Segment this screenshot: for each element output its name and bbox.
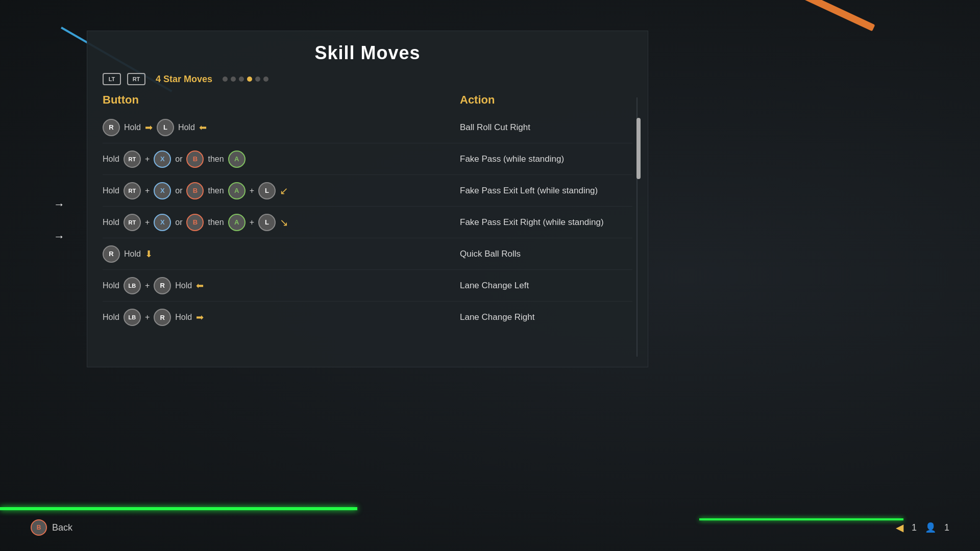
rt-button-2: RT (124, 151, 141, 168)
dot-5 (255, 77, 260, 82)
a-button-4: A (228, 214, 246, 231)
btn-combo-1: R Hold ➡ L Hold ⬅ (103, 119, 460, 136)
r-button-7: R (154, 309, 171, 326)
hold-text-2: Hold (103, 155, 119, 164)
lb-button-6: LB (124, 277, 141, 294)
rt-button-3: RT (124, 182, 141, 199)
arrow-downleft-3: ↙ (280, 185, 288, 197)
pagination: ◀ 1 👤 1 (896, 521, 949, 534)
action-name-1: Ball Roll Cut Right (460, 122, 632, 133)
main-panel: Skill Moves LT RT 4 Star Moves Button Ac… (87, 31, 648, 367)
dot-4 (247, 77, 252, 82)
b-button-3: B (186, 182, 204, 199)
b-button-2: B (186, 151, 204, 168)
action-name-3: Fake Pass Exit Left (while standing) (460, 186, 632, 196)
hold-text-5: Hold (124, 249, 141, 259)
plus-text-6: + (145, 281, 150, 290)
move-row-1: R Hold ➡ L Hold ⬅ Ball Roll Cut Right (103, 112, 632, 143)
action-name-7: Lane Change Right (460, 312, 632, 322)
page-left-icon: ◀ (896, 521, 903, 534)
plus-text-2: + (145, 155, 150, 164)
plus-text-3: + (145, 186, 150, 195)
selection-arrow-1: → (54, 199, 65, 210)
plus-text-7: + (145, 313, 150, 322)
l-button-3: L (258, 182, 276, 199)
r-button-1: R (103, 119, 120, 136)
arrow-downright-4: ↘ (280, 216, 288, 229)
move-row-7: Hold LB + R Hold ➡ Lane Change Right (103, 302, 632, 333)
hold-text-6: Hold (103, 281, 119, 290)
footer: B Back ◀ 1 👤 1 (31, 519, 949, 536)
btn-combo-7: Hold LB + R Hold ➡ (103, 309, 460, 326)
action-name-6: Lane Change Left (460, 281, 632, 291)
a-button-3: A (228, 182, 246, 199)
btn-combo-4: Hold RT + X or B then A + L ↘ (103, 214, 460, 231)
selection-arrow-2: → (54, 231, 65, 242)
x-button-3: X (154, 182, 171, 199)
move-row-2: Hold RT + X or B then A Fake Pass (while… (103, 143, 632, 175)
a-button-2: A (228, 151, 246, 168)
x-button-4: X (154, 214, 171, 231)
action-name-2: Fake Pass (while standing) (460, 154, 632, 164)
l-button-4: L (258, 214, 276, 231)
page-title: Skill Moves (87, 31, 648, 73)
action-name-5: Quick Ball Rolls (460, 249, 632, 259)
hold-text-1: Hold (124, 123, 141, 132)
then-text-3: then (208, 186, 224, 195)
player-icon: 👤 (925, 522, 936, 533)
btn-combo-6: Hold LB + R Hold ⬅ (103, 277, 460, 294)
moves-list: R Hold ➡ L Hold ⬅ Ball Roll Cut Right Ho… (87, 112, 648, 333)
arrow-right-1: ➡ (145, 122, 153, 133)
tab-navigation: LT RT 4 Star Moves (87, 73, 648, 93)
action-column-header: Action (460, 93, 632, 107)
or-text-2: or (175, 155, 182, 164)
or-text-4: or (175, 218, 182, 227)
category-label: 4 Star Moves (156, 74, 212, 85)
then-text-2: then (208, 155, 224, 164)
hold-text-7b: Hold (175, 313, 192, 322)
btn-combo-5: R Hold ⬇ (103, 245, 460, 263)
action-name-4: Fake Pass Exit Right (while standing) (460, 217, 632, 228)
plus-text-3b: + (250, 186, 254, 195)
move-row-6: Hold LB + R Hold ⬅ Lane Change Left (103, 270, 632, 302)
plus-text-4: + (145, 218, 150, 227)
rt-button[interactable]: RT (127, 73, 145, 85)
move-row-5: R Hold ⬇ Quick Ball Rolls (103, 238, 632, 270)
column-headers: Button Action (87, 93, 648, 107)
dot-2 (231, 77, 236, 82)
dot-1 (223, 77, 228, 82)
b-back-button: B (31, 519, 47, 536)
or-text-3: or (175, 186, 182, 195)
arrow-right-7: ➡ (196, 312, 204, 323)
page-number: 1 (912, 522, 917, 533)
hold-text-3: Hold (103, 186, 119, 195)
hold-text-7: Hold (103, 313, 119, 322)
dot-3 (239, 77, 244, 82)
arrow-left-1: ⬅ (199, 122, 207, 133)
back-button[interactable]: B Back (31, 519, 72, 536)
button-column-header: Button (103, 93, 460, 107)
arrow-down-5: ⬇ (145, 248, 153, 260)
btn-combo-3: Hold RT + X or B then A + L ↙ (103, 182, 460, 199)
l-button-1: L (157, 119, 174, 136)
lt-button[interactable]: LT (103, 73, 121, 85)
lb-button-7: LB (124, 309, 141, 326)
hold-text-6b: Hold (175, 281, 192, 290)
arrow-left-6: ⬅ (196, 280, 204, 291)
plus-text-4b: + (250, 218, 254, 227)
btn-combo-2: Hold RT + X or B then A (103, 151, 460, 168)
b-button-4: B (186, 214, 204, 231)
x-button-2: X (154, 151, 171, 168)
back-label: Back (52, 522, 72, 533)
r-button-5: R (103, 245, 120, 263)
hold-text-4: Hold (103, 218, 119, 227)
dot-6 (263, 77, 268, 82)
r-button-6: R (154, 277, 171, 294)
rt-button-4: RT (124, 214, 141, 231)
player-number: 1 (944, 522, 949, 533)
move-row-3: Hold RT + X or B then A + L ↙ Fake Pass … (103, 175, 632, 207)
then-text-4: then (208, 218, 224, 227)
tab-dots (223, 77, 268, 82)
hold-text-1b: Hold (178, 123, 195, 132)
move-row-4: Hold RT + X or B then A + L ↘ Fake Pass … (103, 207, 632, 238)
